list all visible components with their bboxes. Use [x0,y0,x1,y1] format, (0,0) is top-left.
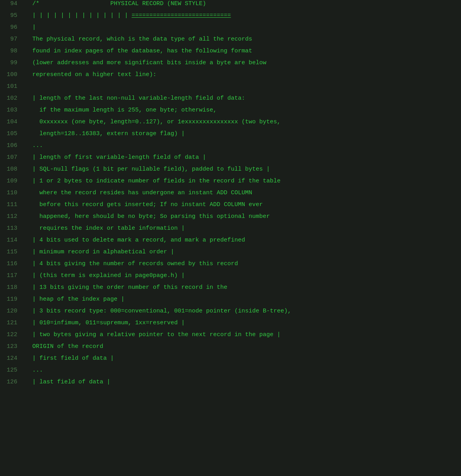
line-number: 126 [0,379,24,385]
code-editor: 94 /* PHYSICAL RECORD (NEW STYLE)95 | | … [0,0,461,390]
line-content: before this record gets inserted; If no … [24,201,461,208]
line-number: 114 [0,237,24,244]
line-number: 118 [0,284,24,291]
line-content: found in index pages of the database, ha… [24,48,461,54]
code-line: 106 ... [0,142,461,154]
line-content: (lower addresses and more significant bi… [24,60,461,66]
line-content: represented on a higher text line): [24,71,461,78]
line-number: 108 [0,166,24,173]
line-number: 107 [0,154,24,161]
code-line: 94 /* PHYSICAL RECORD (NEW STYLE) [0,0,461,12]
line-content: | 4 bits used to delete mark a record, a… [24,237,461,244]
line-number: 105 [0,130,24,137]
line-content: | 010=infimum, 011=supremum, 1xx=reserve… [24,320,461,326]
code-line: 100 represented on a higher text line): [0,71,461,83]
code-line: 116 | 4 bits giving the number of record… [0,260,461,272]
line-content: | 1 or 2 bytes to indicate number of fie… [24,178,461,184]
code-line: 101 [0,83,461,95]
line-number: 97 [0,36,24,43]
line-content: ... [24,142,461,149]
line-content: requires the index or table information … [24,225,461,232]
line-number: 115 [0,249,24,255]
line-number: 125 [0,367,24,374]
code-line: 103 if the maximum length is 255, one by… [0,106,461,118]
code-line: 107 | length of first variable-length fi… [0,154,461,165]
code-line: 114 | 4 bits used to delete mark a recor… [0,236,461,248]
line-number: 110 [0,190,24,196]
line-content: | 3 bits record type: 000=conventional, … [24,308,461,314]
code-line: 124 | first field of data | [0,355,461,366]
code-line: 115 | minimum record in alphabetical ord… [0,248,461,260]
line-number: 122 [0,331,24,338]
line-number: 106 [0,142,24,149]
line-content: ORIGIN of the record [24,343,461,350]
line-number: 109 [0,178,24,184]
code-line: 112 happened, here should be no byte; So… [0,213,461,225]
line-number: 104 [0,119,24,125]
code-line: 113 requires the index or table informat… [0,225,461,236]
line-number: 113 [0,225,24,232]
code-line: 117 | (this term is explained in page0pa… [0,272,461,284]
line-content: | 4 bits giving the number of records ow… [24,260,461,267]
line-number: 95 [0,12,24,19]
code-line: 98 found in index pages of the database,… [0,47,461,59]
line-number: 102 [0,95,24,102]
line-number: 124 [0,355,24,362]
code-line: 105 length=128..16383, extern storage fl… [0,130,461,142]
line-number: 100 [0,71,24,78]
line-number: 112 [0,213,24,220]
line-content: | two bytes giving a relative pointer to… [24,331,461,338]
code-line: 121 | 010=infimum, 011=supremum, 1xx=res… [0,319,461,331]
code-line: 99 (lower addresses and more significant… [0,59,461,71]
code-line: 95 | | | | | | | | | | | | | | =========… [0,12,461,24]
line-content: where the record resides has undergone a… [24,190,461,196]
line-content: | | | | | | | | | | | | | | ============… [24,12,461,19]
line-number: 94 [0,0,24,7]
code-line: 96 | [0,24,461,35]
line-content: | heap of the index page | [24,296,461,303]
code-line: 110 where the record resides has undergo… [0,189,461,201]
code-line: 104 0xxxxxxx (one byte, length=0..127), … [0,118,461,130]
code-line: 125 ... [0,366,461,378]
line-number: 103 [0,107,24,113]
line-content: | minimum record in alphabetical order | [24,249,461,255]
line-content: | length of first variable-length field … [24,154,461,161]
code-line: 119 | heap of the index page | [0,296,461,307]
line-content: happened, here should be no byte; So par… [24,213,461,220]
line-content: | first field of data | [24,355,461,362]
code-line: 122 | two bytes giving a relative pointe… [0,331,461,343]
line-number: 96 [0,24,24,31]
line-number: 121 [0,320,24,326]
line-number: 116 [0,260,24,267]
code-line: 108 | SQL-null flags (1 bit per nullable… [0,165,461,177]
code-line: 120 | 3 bits record type: 000=convention… [0,307,461,319]
line-content: ... [24,367,461,374]
line-content: The physical record, which is the data t… [24,36,461,43]
line-content: | [24,24,461,31]
line-content: | SQL-null flags (1 bit per nullable fie… [24,166,461,173]
line-number: 111 [0,201,24,208]
line-number: 117 [0,272,24,279]
line-number: 98 [0,48,24,54]
line-number: 120 [0,308,24,314]
code-line: 126 | last field of data | [0,378,461,390]
code-line: 123 ORIGIN of the record [0,343,461,355]
code-line: 111 before this record gets inserted; If… [0,201,461,213]
code-line: 109 | 1 or 2 bytes to indicate number of… [0,177,461,189]
line-content: if the maximum length is 255, one byte; … [24,107,461,113]
code-line: 102 | length of the last non-null variab… [0,95,461,106]
line-number: 101 [0,83,24,90]
line-number: 99 [0,60,24,66]
line-content: | last field of data | [24,379,461,385]
line-content: | length of the last non-null variable-l… [24,95,461,102]
line-number: 123 [0,343,24,350]
line-number: 119 [0,296,24,303]
line-content: | (this term is explained in page0page.h… [24,272,461,279]
line-content: | 13 bits giving the order number of thi… [24,284,461,291]
line-content: /* PHYSICAL RECORD (NEW STYLE) [24,0,461,7]
line-content: length=128..16383, extern storage flag) … [24,130,461,137]
code-line: 118 | 13 bits giving the order number of… [0,284,461,296]
line-content: 0xxxxxxx (one byte, length=0..127), or 1… [24,119,461,125]
code-line: 97 The physical record, which is the dat… [0,35,461,47]
